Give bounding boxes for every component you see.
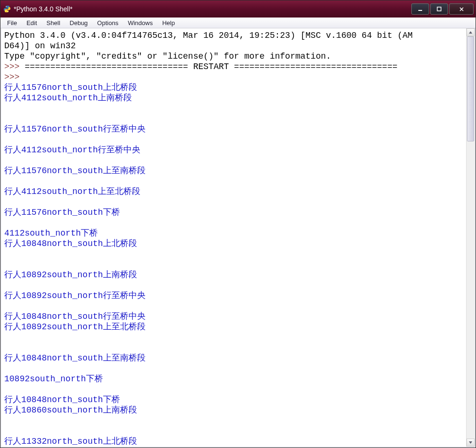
shell-line — [4, 249, 463, 259]
shell-line — [4, 155, 463, 166]
shell-line: 行人10860south_north上南桥段 — [4, 405, 463, 415]
shell-line — [4, 197, 463, 207]
shell-line — [4, 280, 463, 290]
shell-line: 行人10892south_north上南桥段 — [4, 270, 463, 280]
shell-line: D64)] on win32 — [4, 41, 463, 51]
shell-token: 行人11576north_south上至南桥段 — [4, 166, 146, 176]
menu-item-shell[interactable]: Shell — [42, 18, 65, 27]
menu-item-debug[interactable]: Debug — [65, 18, 92, 27]
shell-token: D64)] on win32 — [4, 41, 76, 51]
shell-line: 行人11576north_south上北桥段 — [4, 82, 463, 93]
shell-token: 行人11332north_south上北桥段 — [4, 437, 137, 446]
shell-line — [4, 426, 463, 436]
content-wrap: Python 3.4.0 (v3.4.0:04f714765c13, Mar 1… — [0, 28, 476, 448]
shell-token: 4112south_north下桥 — [4, 228, 98, 238]
menu-item-help[interactable]: Help — [157, 18, 180, 27]
shell-line: 行人11576north_south下桥 — [4, 207, 463, 218]
shell-line: Type "copyright", "credits" or "license(… — [4, 51, 463, 61]
shell-line — [4, 384, 463, 395]
shell-token: 行人4112south_north行至桥中央 — [4, 145, 140, 155]
shell-line — [4, 363, 463, 374]
shell-token: 10892south_north下桥 — [4, 374, 103, 384]
shell-token: >>> — [4, 72, 25, 82]
close-button[interactable] — [449, 3, 474, 15]
scroll-track[interactable] — [467, 36, 475, 439]
shell-token: 行人10848north_south上至南桥段 — [4, 353, 146, 363]
shell-token: 行人11576north_south上北桥段 — [4, 83, 137, 92]
menu-item-options[interactable]: Options — [93, 18, 123, 27]
shell-token: 行人10848north_south上北桥段 — [4, 239, 137, 248]
shell-token: 行人10860south_north上南桥段 — [4, 405, 137, 415]
shell-token: Python 3.4.0 (v3.4.0:04f714765c13, Mar 1… — [4, 31, 413, 40]
shell-line: 行人10848north_south上至南桥段 — [4, 353, 463, 363]
shell-token: Type "copyright", "credits" or "license(… — [4, 52, 331, 61]
shell-line: 行人10848north_south上北桥段 — [4, 238, 463, 249]
maximize-button[interactable] — [430, 3, 448, 15]
shell-line — [4, 415, 463, 426]
shell-line — [4, 176, 463, 186]
shell-line — [4, 218, 463, 228]
shell-line: 行人4112south_north上南桥段 — [4, 93, 463, 103]
shell-token: 行人11576north_south下桥 — [4, 208, 120, 217]
menubar: FileEditShellDebugOptionsWindowsHelp — [0, 18, 476, 28]
shell-token: 行人4112south_north上至北桥段 — [4, 187, 140, 196]
scroll-up-button[interactable] — [467, 28, 475, 36]
shell-line — [4, 103, 463, 114]
menu-item-file[interactable]: File — [2, 18, 22, 27]
svg-point-0 — [6, 6, 7, 7]
svg-point-1 — [8, 11, 9, 12]
shell-line — [4, 114, 463, 124]
python-app-icon — [3, 5, 11, 13]
shell-token: 行人10892south_north上至北桥段 — [4, 322, 146, 332]
shell-line: 行人10848north_south行至桥中央 — [4, 311, 463, 322]
shell-line: Python 3.4.0 (v3.4.0:04f714765c13, Mar 1… — [4, 30, 463, 41]
shell-line: 行人11332north_south上北桥段 — [4, 436, 463, 447]
shell-line: >>> ================================ RES… — [4, 61, 463, 72]
shell-line: 行人11576north_south行至桥中央 — [4, 124, 463, 134]
shell-editor[interactable]: Python 3.4.0 (v3.4.0:04f714765c13, Mar 1… — [1, 28, 466, 447]
scroll-down-button[interactable] — [467, 439, 475, 447]
shell-line: 行人10892south_north上至北桥段 — [4, 322, 463, 332]
menu-item-windows[interactable]: Windows — [123, 18, 157, 27]
shell-line: 行人11576north_south上至南桥段 — [4, 166, 463, 176]
window-controls — [411, 3, 474, 15]
titlebar[interactable]: *Python 3.4.0 Shell* — [0, 0, 476, 18]
shell-token: 行人11576north_south行至桥中央 — [4, 124, 146, 134]
shell-line: 行人10892south_north行至桥中央 — [4, 290, 463, 301]
shell-token: 行人4112south_north上南桥段 — [4, 93, 132, 103]
shell-token: 行人10848north_south行至桥中央 — [4, 312, 146, 321]
shell-line: 行人4112south_north行至桥中央 — [4, 145, 463, 155]
shell-line: 行人4112south_north上至北桥段 — [4, 186, 463, 197]
shell-token: 行人10892south_north行至桥中央 — [4, 291, 146, 300]
shell-line — [4, 259, 463, 270]
minimize-button[interactable] — [411, 3, 429, 15]
svg-rect-3 — [437, 7, 441, 11]
app-window: *Python 3.4.0 Shell* FileEditShellDebugO… — [0, 0, 476, 448]
shell-line: 行人10848north_south下桥 — [4, 395, 463, 405]
titlebar-left: *Python 3.4.0 Shell* — [3, 5, 73, 13]
window-title: *Python 3.4.0 Shell* — [14, 5, 73, 13]
shell-line — [4, 343, 463, 353]
shell-token: ================================ RESTART… — [25, 62, 398, 71]
shell-line: >>> — [4, 72, 463, 82]
shell-line — [4, 134, 463, 145]
shell-line — [4, 332, 463, 343]
shell-line: 4112south_north下桥 — [4, 228, 463, 238]
scroll-thumb[interactable] — [467, 36, 474, 141]
svg-rect-2 — [418, 10, 422, 11]
shell-line — [4, 301, 463, 311]
shell-token: 行人10848north_south下桥 — [4, 395, 120, 404]
vertical-scrollbar[interactable] — [466, 28, 475, 447]
menu-item-edit[interactable]: Edit — [22, 18, 42, 27]
shell-token: 行人10892south_north上南桥段 — [4, 270, 137, 280]
shell-line: 10892south_north下桥 — [4, 374, 463, 384]
shell-token: >>> — [4, 62, 25, 71]
